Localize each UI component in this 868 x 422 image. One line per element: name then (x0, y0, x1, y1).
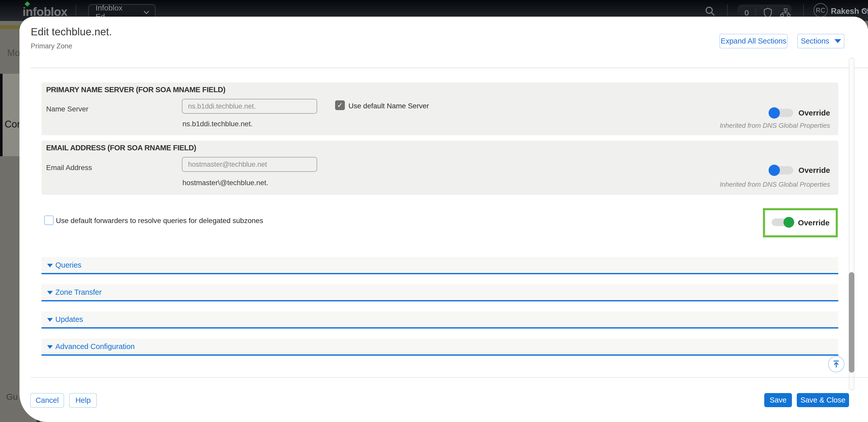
section-zone-transfer[interactable]: Zone Transfer (41, 284, 838, 301)
section-updates[interactable]: Updates (41, 312, 838, 328)
header-divider (31, 68, 868, 68)
override-label: Override (798, 219, 830, 227)
section-queries[interactable]: Queries (41, 257, 838, 274)
network-icon[interactable] (780, 8, 791, 18)
caret-down-icon (47, 264, 53, 267)
override-label: Override (799, 166, 830, 175)
scroll-to-top-button[interactable] (828, 356, 844, 372)
use-default-name-server-label: Use default Name Server (348, 102, 429, 110)
section-link-label: Zone Transfer (55, 288, 102, 296)
inherited-note: Inherited from DNS Global Properties (720, 181, 830, 189)
topbar-divider (727, 5, 727, 17)
email-address-label: Email Address (46, 164, 92, 172)
sections-dropdown-button[interactable]: Sections (797, 34, 844, 48)
help-button[interactable]: Help (69, 393, 97, 408)
avatar-initials: RC (816, 7, 826, 14)
user-menu[interactable]: Rakesh CK (831, 7, 868, 16)
soa-mname-section: PRIMARY NAME SERVER (FOR SOA MNAME FIELD… (41, 83, 838, 135)
section-heading: EMAIL ADDRESS (FOR SOA RNAME FIELD) (46, 144, 196, 152)
help-label: Help (75, 396, 91, 404)
notification-count: 0 (745, 8, 749, 17)
forwarders-override-highlight: Override (763, 208, 838, 237)
screen: infoblox Infoblox Ed... 0 (0, 0, 868, 422)
avatar[interactable]: RC (813, 3, 828, 18)
search-icon[interactable] (705, 6, 716, 17)
name-server-current-value: ns.b1ddi.techblue.net. (182, 120, 253, 128)
toggle-knob (769, 107, 780, 119)
section-advanced-configuration[interactable]: Advanced Configuration (41, 338, 838, 356)
save-button[interactable]: Save (764, 393, 792, 407)
save-and-close-label: Save & Close (800, 396, 845, 404)
expand-all-label: Expand All Sections (721, 37, 786, 45)
email-address-input[interactable] (182, 157, 317, 172)
name-server-override-toggle[interactable] (769, 107, 793, 119)
section-heading: PRIMARY NAME SERVER (FOR SOA MNAME FIELD… (46, 86, 225, 94)
expand-all-sections-button[interactable]: Expand All Sections (719, 34, 787, 48)
pill-divider (755, 8, 756, 17)
section-link-label: Queries (55, 261, 82, 269)
section-link-label: Advanced Configuration (55, 343, 135, 351)
use-default-name-server-checkbox[interactable] (335, 100, 345, 110)
soa-rname-section: EMAIL ADDRESS (FOR SOA RNAME FIELD) Emai… (41, 140, 838, 195)
save-label: Save (770, 396, 786, 404)
inherited-note: Inherited from DNS Global Properties (720, 122, 830, 130)
footer-divider (31, 377, 868, 378)
toggle-knob (769, 165, 780, 176)
page-title: Edit techblue.net. (31, 26, 112, 38)
toggle-knob (783, 217, 794, 228)
forwarders-override-toggle[interactable] (772, 217, 794, 228)
background-active-tab: Con (0, 74, 21, 156)
caret-down-icon (47, 291, 53, 294)
caret-down-icon (47, 318, 53, 322)
topbar-divider (803, 5, 804, 17)
email-address-override-toggle[interactable] (769, 164, 793, 176)
override-label: Override (799, 108, 830, 117)
background-nav-fragment: Mo (7, 47, 20, 58)
topbar-divider (75, 5, 76, 17)
sections-label: Sections (801, 37, 829, 45)
section-link-label: Updates (55, 315, 83, 324)
caret-down-icon (47, 345, 53, 349)
caret-down-icon (834, 39, 841, 43)
save-and-close-button[interactable]: Save & Close (797, 393, 849, 407)
cancel-label: Cancel (36, 396, 59, 404)
scrollbar-thumb[interactable] (849, 272, 855, 372)
arrow-to-top-icon (831, 359, 841, 369)
use-default-forwarders-label: Use default forwarders to resolve querie… (56, 217, 263, 225)
background-guide-fragment: Gu (6, 392, 18, 402)
page-subtitle: Primary Zone (31, 42, 72, 50)
use-default-forwarders-checkbox[interactable] (44, 215, 54, 225)
name-server-input[interactable] (182, 99, 317, 114)
chevron-down-icon (144, 8, 149, 14)
email-address-current-value: hostmaster\@techblue.net. (182, 179, 268, 187)
name-server-label: Name Server (46, 105, 88, 113)
edit-zone-modal: Edit techblue.net. Primary Zone Expand A… (20, 17, 868, 422)
cancel-button[interactable]: Cancel (30, 393, 64, 408)
